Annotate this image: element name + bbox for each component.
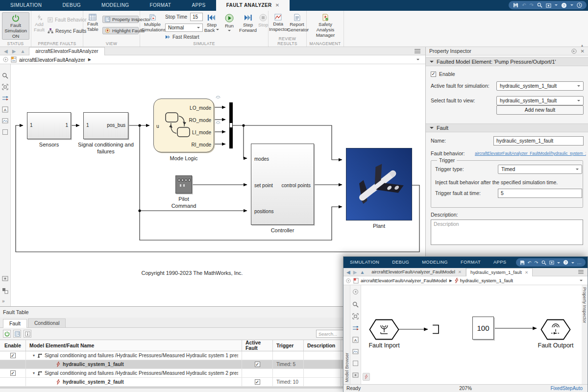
up-icon[interactable]: ▲: [20, 49, 25, 54]
tab-conditional[interactable]: Conditional: [28, 318, 66, 327]
info-icon[interactable]: [24, 330, 31, 338]
pilot-command-block[interactable]: [175, 175, 192, 194]
document-tab[interactable]: aircraftElevatorFaultAnalyzer: [29, 47, 104, 55]
breadcrumb-dropdown-icon[interactable]: [416, 59, 419, 62]
active-fault-checkbox[interactable]: ✓: [255, 362, 260, 367]
fault-name-input[interactable]: [493, 136, 584, 146]
breadcrumb-model[interactable]: aircraftElevatorFaultAnalyzer: [19, 57, 85, 63]
viewmarks-icon[interactable]: [2, 275, 9, 282]
screenshot-icon[interactable]: [546, 3, 551, 8]
fault-model-canvas[interactable]: Fault Inport 100 Fault Outport: [361, 285, 582, 384]
plant-block[interactable]: [346, 148, 412, 220]
report-generator-button[interactable]: Report Generator: [287, 12, 307, 40]
tab-debug[interactable]: DEBUG: [52, 0, 91, 11]
trigger-time-input[interactable]: [498, 189, 582, 198]
model-browser-tab[interactable]: Model Browser: [344, 285, 349, 384]
bus-creator-block[interactable]: [229, 102, 233, 148]
fast-restart-button[interactable]: Fast Restart: [165, 34, 199, 40]
save-icon[interactable]: [513, 2, 518, 8]
back-icon[interactable]: ◀: [346, 270, 350, 275]
tab-menu-icon[interactable]: [578, 270, 584, 274]
description-textarea[interactable]: [431, 220, 583, 245]
search-icon[interactable]: [537, 2, 542, 8]
section-faulted-element[interactable]: Faulted Model Element: 'Pump Pressure/Ou…: [426, 57, 588, 66]
row-caret-icon[interactable]: ▾: [33, 353, 35, 358]
chevron-down-icon[interactable]: [557, 262, 560, 265]
step-forward-button[interactable]: Step Forward: [238, 12, 258, 40]
forward-icon[interactable]: ▶: [12, 49, 16, 54]
active-fault-combo[interactable]: hydraulic_system_1_fault: [496, 81, 584, 91]
open-inspector-icon[interactable]: [13, 330, 21, 338]
expand-rail-icon[interactable]: »: [2, 298, 9, 305]
column-name[interactable]: Model Element/Fault Name: [26, 340, 242, 351]
fw-tab-apps[interactable]: APPS: [487, 257, 513, 268]
status-solver[interactable]: FixedStepAuto: [550, 386, 583, 391]
stop-time-input[interactable]: [190, 13, 203, 21]
zoom-icon[interactable]: [352, 301, 359, 308]
annotation-icon[interactable]: A: [352, 336, 359, 343]
schedule-editor-icon[interactable]: [2, 287, 9, 294]
resync-faults-button[interactable]: Resync Faults: [48, 28, 86, 34]
fw-breadcrumb-model[interactable]: aircraftElevatorFaultAnalyzer_FaultModel: [361, 278, 447, 283]
add-fault-button[interactable]: Add Fault: [32, 12, 47, 40]
chevron-down-icon[interactable]: [571, 262, 574, 265]
signal-conditioning-block[interactable]: 1 pos_bus: [83, 112, 128, 139]
save-icon[interactable]: [520, 260, 525, 265]
annotation-icon[interactable]: A: [2, 106, 9, 113]
undo-icon[interactable]: ↶: [528, 260, 532, 265]
fit-to-view-icon[interactable]: [2, 83, 9, 90]
close-tab-icon[interactable]: ✕: [275, 0, 280, 11]
tab-fault-analyzer[interactable]: FAULT ANALYZER ✕: [216, 0, 290, 11]
mode-logic-chart[interactable]: u LO_mode RO_mode LI_mode RI_mode: [153, 98, 214, 152]
fw-doc-tab-model[interactable]: aircraftElevatorFaultAnalyzer_FaultModel…: [368, 268, 466, 276]
safety-analysis-manager-button[interactable]: Safety Analysis Manager: [309, 12, 342, 40]
fw-breadcrumb-fault[interactable]: hydraulic_system_1_fault: [460, 278, 513, 283]
column-trigger[interactable]: Trigger: [273, 340, 304, 351]
up-icon[interactable]: ▲: [360, 270, 365, 275]
enable-checkbox[interactable]: ✓: [431, 72, 436, 77]
data-inspector-button[interactable]: Data Inspector: [269, 12, 287, 40]
hide-browser-icon[interactable]: [352, 288, 359, 295]
screenshot-icon[interactable]: [549, 260, 554, 265]
search-icon[interactable]: [541, 260, 546, 265]
redo-icon[interactable]: ↷: [530, 2, 534, 8]
fw-tab-debug[interactable]: DEBUG: [386, 257, 416, 268]
tab-fault[interactable]: Fault: [3, 319, 27, 328]
chevron-down-icon[interactable]: [555, 4, 558, 7]
fw-tab-format[interactable]: FORMAT: [454, 257, 487, 268]
breadcrumb-dropdown-icon[interactable]: [580, 280, 583, 283]
signal-routing-icon[interactable]: [2, 95, 9, 101]
help-icon[interactable]: ?: [561, 2, 567, 8]
zoom-icon[interactable]: [2, 72, 9, 79]
redo-icon[interactable]: ↷: [535, 260, 539, 265]
select-fault-combo[interactable]: hydraulic_system_1_fault: [496, 96, 584, 105]
fault-simulation-toggle[interactable]: Fault Simulation ON: [2, 12, 29, 40]
constant-block[interactable]: 100: [472, 317, 494, 340]
close-tab-icon[interactable]: ✕: [458, 270, 462, 274]
fw-doc-tab-fault[interactable]: hydraulic_system_1_fault ✕: [466, 268, 533, 276]
undo-icon[interactable]: ↶: [522, 2, 526, 8]
multiple-simulations-button[interactable]: Multiple Simulations: [141, 12, 164, 40]
fault-badge-icon[interactable]: [363, 373, 370, 381]
row-caret-icon[interactable]: ▾: [33, 371, 35, 375]
area-box-icon[interactable]: [2, 128, 9, 135]
column-enable[interactable]: Enable: [0, 340, 26, 351]
options-icon[interactable]: [577, 2, 582, 8]
back-icon[interactable]: ◀: [4, 49, 8, 54]
tab-apps[interactable]: APPS: [181, 0, 216, 11]
image-icon[interactable]: [2, 117, 9, 124]
sensors-block[interactable]: 1 1: [27, 112, 71, 139]
image-icon[interactable]: [352, 348, 359, 355]
column-description[interactable]: Description: [304, 340, 341, 351]
row-enable-checkbox[interactable]: ✓: [10, 370, 16, 376]
signal-routing-icon[interactable]: [352, 324, 359, 331]
fault-outport-block[interactable]: [540, 319, 571, 340]
explorer-bar-icon[interactable]: [343, 278, 353, 283]
chevron-down-icon[interactable]: [570, 4, 573, 7]
section-fault[interactable]: Fault: [426, 123, 588, 132]
property-inspector-toggle[interactable]: Property Inspector: [102, 16, 139, 23]
run-button[interactable]: Run: [221, 12, 237, 40]
sim-mode-combo[interactable]: Normal: [165, 24, 203, 32]
area-box-icon[interactable]: [352, 360, 359, 367]
close-panel-icon[interactable]: ✕: [581, 49, 585, 54]
